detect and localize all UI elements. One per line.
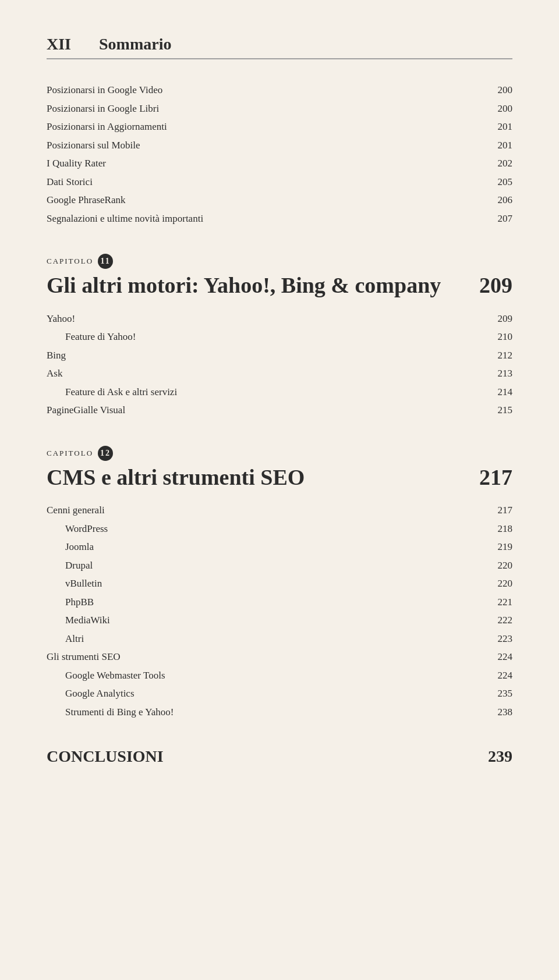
toc-entry-label: Dati Storici — [47, 175, 93, 190]
top-entries-section: Posizionarsi in Google Video200Posiziona… — [47, 83, 512, 226]
toc-entry-label: Posizionarsi in Google Libri — [47, 101, 159, 116]
chapter12-badge: 12 — [98, 446, 113, 461]
list-item: Cenni generali217 — [47, 503, 512, 518]
list-item: Posizionarsi sul Mobile201 — [47, 138, 512, 153]
toc-entry-label: I Quality Rater — [47, 156, 106, 171]
list-item: Google Webmaster Tools224 — [47, 668, 512, 683]
list-item: Feature di Yahoo!210 — [47, 329, 512, 345]
toc-entry-label: PagineGialle Visual — [47, 403, 125, 418]
chapter11-header: CAPITOLO 11 Gli altri motori: Yahoo!, Bi… — [47, 254, 512, 307]
toc-entry-page: 224 — [489, 668, 512, 683]
list-item: WordPress218 — [47, 521, 512, 537]
toc-entry-page: 217 — [489, 503, 512, 518]
toc-entry-page: 238 — [489, 705, 512, 720]
list-item: PhpBB221 — [47, 595, 512, 610]
list-item: Google PhraseRank206 — [47, 193, 512, 208]
page-header: XII Sommario — [47, 35, 512, 59]
list-item: Feature di Ask e altri servizi214 — [47, 385, 512, 400]
list-item: Altri223 — [47, 631, 512, 647]
toc-entry-label: Posizionarsi in Google Video — [47, 83, 162, 98]
chapter11-capitolo-label: CAPITOLO 11 — [47, 254, 512, 269]
list-item: Gli strumenti SEO224 — [47, 649, 512, 665]
toc-entry-label: Posizionarsi sul Mobile — [47, 138, 140, 153]
toc-entry-label: Bing — [47, 348, 66, 363]
toc-entry-label: Feature di Yahoo! — [65, 329, 136, 345]
toc-entry-page: 209 — [489, 311, 512, 326]
toc-entry-label: Google Analytics — [65, 686, 135, 701]
toc-entry-label: vBulletin — [65, 576, 102, 591]
toc-entry-label: Ask — [47, 366, 62, 381]
list-item: Posizionarsi in Aggiornamenti201 — [47, 119, 512, 134]
toc-entry-label: PhpBB — [65, 595, 94, 610]
toc-entry-page: 215 — [489, 403, 512, 418]
list-item: Posizionarsi in Google Libri200 — [47, 101, 512, 116]
toc-entry-label: MediaWiki — [65, 613, 110, 628]
list-item: Ask213 — [47, 366, 512, 381]
list-item: Posizionarsi in Google Video200 — [47, 83, 512, 98]
list-item: Strumenti di Bing e Yahoo!238 — [47, 705, 512, 720]
conclusioni-label: CONCLUSIONI — [47, 747, 164, 766]
toc-entry-page: 210 — [489, 329, 512, 345]
chapter11-entries: Yahoo!209Feature di Yahoo!210Bing212Ask2… — [47, 311, 512, 418]
toc-entry-page: 201 — [489, 119, 512, 134]
toc-entry-page: 213 — [489, 366, 512, 381]
toc-entry-page: 220 — [489, 558, 512, 573]
chapter-number: XII — [47, 35, 99, 54]
toc-entry-page: 214 — [489, 385, 512, 400]
toc-entry-page: 202 — [489, 156, 512, 171]
toc-entry-page: 200 — [489, 83, 512, 98]
toc-entry-page: 219 — [489, 539, 512, 555]
toc-entry-label: Strumenti di Bing e Yahoo! — [65, 705, 174, 720]
toc-entry-page: 201 — [489, 138, 512, 153]
toc-entry-label: Altri — [65, 631, 84, 647]
list-item: Bing212 — [47, 348, 512, 363]
toc-entry-label: Google Webmaster Tools — [65, 668, 165, 683]
chapter11-title: Gli altri motori: Yahoo!, Bing & company — [47, 273, 441, 299]
toc-entry-label: Feature di Ask e altri servizi — [65, 385, 177, 400]
chapter12-capitolo-label: CAPITOLO 12 — [47, 446, 512, 461]
chapter12-title-page: 217 — [477, 464, 512, 490]
toc-entry-label: WordPress — [65, 521, 108, 537]
list-item: Google Analytics235 — [47, 686, 512, 701]
toc-entry-page: 224 — [489, 649, 512, 665]
toc-entry-page: 222 — [489, 613, 512, 628]
toc-entry-label: Google PhraseRank — [47, 193, 126, 208]
list-item: vBulletin220 — [47, 576, 512, 591]
toc-entry-page: 220 — [489, 576, 512, 591]
toc-entry-label: Drupal — [65, 558, 93, 573]
toc-entry-page: 223 — [489, 631, 512, 647]
toc-entry-page: 200 — [489, 101, 512, 116]
toc-entry-page: 207 — [489, 211, 512, 226]
chapter12-entries: Cenni generali217WordPress218Joomla219Dr… — [47, 503, 512, 719]
list-item: Drupal220 — [47, 558, 512, 573]
toc-entry-page: 221 — [489, 595, 512, 610]
list-item: Yahoo!209 — [47, 311, 512, 326]
list-item: MediaWiki222 — [47, 613, 512, 628]
toc-entry-page: 218 — [489, 521, 512, 537]
toc-entry-page: 212 — [489, 348, 512, 363]
toc-entry-page: 235 — [489, 686, 512, 701]
list-item: PagineGialle Visual215 — [47, 403, 512, 418]
page-title: Sommario — [99, 35, 171, 54]
toc-entry-label: Yahoo! — [47, 311, 75, 326]
toc-entry-label: Segnalazioni e ultime novità importanti — [47, 211, 203, 226]
list-item: Dati Storici205 — [47, 175, 512, 190]
conclusioni-page: 239 — [488, 747, 512, 766]
chapter12-title: CMS e altri strumenti SEO — [47, 465, 305, 491]
chapter11-badge: 11 — [98, 254, 113, 269]
toc-entry-label: Posizionarsi in Aggiornamenti — [47, 119, 167, 134]
list-item: I Quality Rater202 — [47, 156, 512, 171]
chapter12-header: CAPITOLO 12 CMS e altri strumenti SEO 21… — [47, 446, 512, 499]
toc-entry-label: Joomla — [65, 539, 94, 555]
toc-entry-page: 205 — [489, 175, 512, 190]
toc-entry-label: Gli strumenti SEO — [47, 649, 121, 665]
chapter11-title-page: 209 — [477, 272, 512, 298]
list-item: Joomla219 — [47, 539, 512, 555]
list-item: Segnalazioni e ultime novità importanti2… — [47, 211, 512, 226]
toc-entry-label: Cenni generali — [47, 503, 105, 518]
toc-entry-page: 206 — [489, 193, 512, 208]
conclusioni-header: CONCLUSIONI 239 — [47, 747, 512, 766]
